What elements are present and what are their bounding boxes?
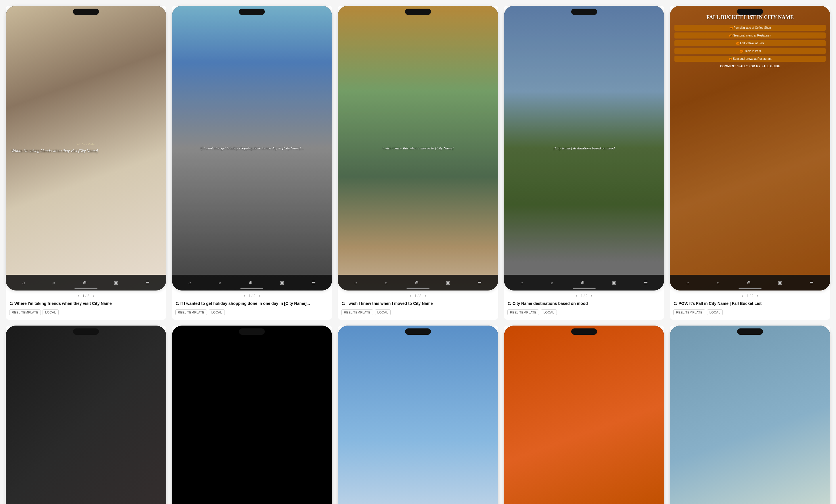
reels-icon[interactable]: ▣ — [114, 280, 118, 285]
search-icon[interactable]: ⌕ — [551, 280, 553, 285]
pumpkin-item-4: 🎃 Picnic in Park — [674, 48, 825, 54]
nav-count: 1 / 2 — [581, 294, 587, 298]
tag-1[interactable]: REEL TEMPLATE — [673, 309, 705, 315]
reels-icon[interactable]: ▣ — [778, 280, 782, 285]
phone-screen: I wish I knew this when I moved to [City… — [338, 6, 498, 291]
content-card: I wish I knew this when I moved to [City… — [338, 6, 498, 320]
phone-notch — [73, 328, 99, 335]
pumpkin-item-3: 🎃 Fall festival at Park — [674, 40, 825, 46]
card-title: 🗂 Where I'm taking friends when they vis… — [6, 301, 166, 307]
search-icon[interactable]: ⌕ — [717, 280, 720, 285]
prev-arrow[interactable]: ‹ — [410, 293, 411, 298]
search-icon[interactable]: ⌕ — [218, 280, 221, 285]
home-icon[interactable]: ⌂ — [355, 280, 357, 285]
next-arrow[interactable]: › — [259, 293, 260, 298]
prev-arrow[interactable]: ‹ — [576, 293, 577, 298]
phone-notch — [571, 328, 597, 335]
content-card: ⌂⌕⊕▣☰‹1 / 2› — [172, 326, 332, 504]
menu-icon[interactable]: ☰ — [644, 280, 648, 285]
menu-icon[interactable]: ☰ — [146, 280, 150, 285]
tag-2[interactable]: LOCAL — [375, 309, 391, 315]
phone-nav-bar: ⌂⌕⊕▣☰ — [670, 275, 830, 291]
phone-notch — [571, 8, 597, 15]
overlay-text: If I wanted to get holiday shopping done… — [201, 146, 304, 151]
phone-notch — [239, 328, 265, 335]
nav-count: 1 / 2 — [82, 294, 89, 298]
second-row-grid: ⌂⌕⊕▣☰‹1 / 2›⌂⌕⊕▣☰‹1 / 2›⌂⌕⊕▣☰‹1 / 2›⌂⌕⊕▣… — [6, 326, 830, 504]
main-grid: All Day CafeWhere I'm taking friends whe… — [6, 6, 830, 320]
next-arrow[interactable]: › — [591, 293, 592, 298]
add-icon[interactable]: ⊕ — [83, 280, 87, 285]
phone-frame: All Day CafeWhere I'm taking friends whe… — [6, 6, 166, 291]
reels-icon[interactable]: ▣ — [446, 280, 450, 285]
cafe-overlay: All Day CafeWhere I'm taking friends whe… — [6, 6, 166, 291]
phone-notch — [737, 8, 763, 15]
phone-notch — [405, 8, 431, 15]
add-icon[interactable]: ⊕ — [415, 280, 419, 285]
tag-2[interactable]: LOCAL — [707, 309, 723, 315]
home-indicator — [573, 288, 596, 289]
content-card: ⌂⌕⊕▣☰‹1 / 2› — [670, 326, 830, 504]
phone-screen — [172, 326, 332, 504]
nav-count: 1 / 2 — [747, 294, 754, 298]
next-arrow[interactable]: › — [93, 293, 94, 298]
tag-1[interactable]: REEL TEMPLATE — [9, 309, 41, 315]
cafe-sign: All Day Cafe — [12, 143, 160, 146]
phone-nav-bar: ⌂⌕⊕▣☰ — [504, 275, 664, 291]
pumpkin-comment: COMMENT "FALL" FOR MY FALL GUIDE — [720, 65, 780, 68]
add-icon[interactable]: ⊕ — [249, 280, 252, 285]
search-icon[interactable]: ⌕ — [52, 280, 55, 285]
tag-1[interactable]: REEL TEMPLATE — [175, 309, 207, 315]
overlay-text: [City Name] destinations based on mood — [553, 146, 615, 151]
phone-overlay: If I wanted to get holiday shopping done… — [172, 6, 332, 291]
phone-nav-bar: ⌂⌕⊕▣☰ — [6, 275, 166, 291]
phone-overlay: I wish I knew this when I moved to [City… — [338, 6, 498, 291]
next-arrow[interactable]: › — [425, 293, 426, 298]
card-title: 🗂 POV: It's Fall in City Name | Fall Buc… — [670, 301, 830, 307]
tag-1[interactable]: REEL TEMPLATE — [341, 309, 373, 315]
tag-2[interactable]: LOCAL — [541, 309, 557, 315]
prev-arrow[interactable]: ‹ — [742, 293, 743, 298]
tag-row: REEL TEMPLATELOCAL — [6, 309, 166, 315]
tag-1[interactable]: REEL TEMPLATE — [508, 309, 539, 315]
reels-icon[interactable]: ▣ — [612, 280, 616, 285]
home-indicator — [240, 288, 263, 289]
home-indicator — [74, 288, 97, 289]
overlay-text: I wish I knew this when I moved to [City… — [382, 146, 454, 151]
card-title: 🗂 City Name destinations based on mood — [504, 301, 664, 307]
prev-arrow[interactable]: ‹ — [78, 293, 79, 298]
tag-2[interactable]: LOCAL — [42, 309, 59, 315]
reels-icon[interactable]: ▣ — [280, 280, 284, 285]
phone-screen: All Day CafeWhere I'm taking friends whe… — [6, 6, 166, 291]
prev-arrow[interactable]: ‹ — [244, 293, 245, 298]
tag-2[interactable]: LOCAL — [209, 309, 225, 315]
menu-icon[interactable]: ☰ — [477, 280, 481, 285]
home-indicator — [406, 288, 430, 289]
phone-frame: [City Name] destinations based on mood⌂⌕… — [504, 6, 664, 291]
home-icon[interactable]: ⌂ — [22, 280, 25, 285]
phone-nav-bar: ⌂⌕⊕▣☰ — [172, 275, 332, 291]
add-icon[interactable]: ⊕ — [581, 280, 585, 285]
card-title: 🗂 I wish I knew this when I moved to Cit… — [338, 301, 498, 307]
home-icon[interactable]: ⌂ — [188, 280, 191, 285]
next-arrow[interactable]: › — [757, 293, 758, 298]
home-icon[interactable]: ⌂ — [686, 280, 689, 285]
pumpkin-item-1: 🎃 Pumpkin latte at Coffee Shop — [674, 25, 825, 31]
card-navigation: ‹1 / 2› — [504, 293, 664, 298]
home-icon[interactable]: ⌂ — [520, 280, 523, 285]
search-icon[interactable]: ⌕ — [385, 280, 387, 285]
menu-icon[interactable]: ☰ — [810, 280, 814, 285]
content-card: If I wanted to get holiday shopping done… — [172, 6, 332, 320]
content-card: All Day CafeWhere I'm taking friends whe… — [6, 6, 166, 320]
phone-nav-bar: ⌂⌕⊕▣☰ — [338, 275, 498, 291]
add-icon[interactable]: ⊕ — [747, 280, 750, 285]
card-navigation: ‹1 / 2› — [172, 293, 332, 298]
phone-frame: ⌂⌕⊕▣☰ — [670, 326, 830, 504]
tag-row: REEL TEMPLATELOCAL — [670, 309, 830, 315]
overlay-text: Where I'm taking friends when they visit… — [12, 148, 160, 154]
phone-frame: ⌂⌕⊕▣☰ — [338, 326, 498, 504]
menu-icon[interactable]: ☰ — [311, 280, 316, 285]
pumpkin-item-2: 🎃 Seasonal menu at Restaurant — [674, 33, 825, 39]
phone-screen: FALL BUCKET LIST IN CITY NAME🎃 Pumpkin l… — [670, 6, 830, 291]
home-indicator — [739, 288, 762, 289]
